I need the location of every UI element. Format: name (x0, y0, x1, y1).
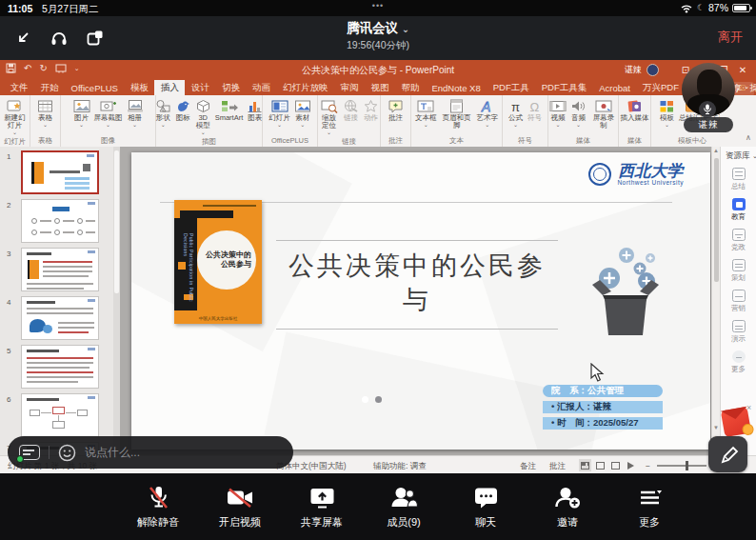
tab-pdf-tools[interactable]: PDF工具 (487, 80, 535, 95)
slide-thumbnail-5[interactable] (21, 345, 99, 389)
table-button[interactable]: 表格⌄ (36, 98, 54, 128)
resource-item-more[interactable]: 更多 (721, 350, 756, 374)
scroll-down-icon[interactable]: ▼ (713, 425, 719, 430)
presenter-info-row[interactable]: • 汇报人：谌辣 (543, 401, 663, 413)
photo-album-button[interactable]: 相册⌄ (126, 98, 145, 128)
close-window-button[interactable]: ✕ (733, 60, 752, 80)
slideshow-view-button[interactable] (625, 459, 637, 471)
tab-view[interactable]: 视图 (365, 80, 395, 95)
tab-design[interactable]: 设计 (185, 80, 215, 95)
comment-button[interactable]: 批注 (387, 98, 405, 123)
equation-button[interactable]: π 公式⌄ (507, 98, 525, 128)
slide-thumbnail-2[interactable] (21, 199, 99, 243)
zoom-slider-thumb[interactable] (686, 461, 688, 470)
meeting-title[interactable]: 腾讯会议 ⌄ (0, 20, 756, 37)
slide-thumbnail-4[interactable] (21, 296, 99, 340)
zoom-slider[interactable] (657, 465, 706, 467)
caption-icon[interactable] (19, 445, 40, 460)
tab-wanxing-pdf[interactable]: 万兴PDF (636, 80, 685, 95)
reading-view-button[interactable] (609, 459, 622, 471)
account-info[interactable]: 谌辣 (625, 64, 659, 76)
officeplus-slides-button[interactable]: 幻灯片⌄ (268, 98, 291, 128)
resource-item-planning[interactable]: 策划 (721, 259, 756, 283)
action-button[interactable]: 动作 (362, 98, 380, 123)
tab-template[interactable]: 模板 (124, 80, 154, 95)
chevron-down-icon: ⌄ (201, 130, 206, 134)
slide-thumbnail-6[interactable] (21, 393, 99, 437)
tab-transitions[interactable]: 切换 (215, 80, 246, 95)
screen-recording-button[interactable]: 屏幕录制 (589, 98, 618, 130)
shapes-button[interactable]: 形状⌄ (154, 98, 172, 128)
emoji-reaction-button[interactable] (58, 444, 76, 462)
tab-review[interactable]: 审阅 (334, 80, 365, 95)
resource-item-marketing[interactable]: 营销 (721, 290, 756, 313)
screenshot-button[interactable]: 屏幕截图⌄ (93, 98, 124, 128)
slide-title-block[interactable]: 公共决策中的公民参与 (276, 240, 558, 330)
tab-animations[interactable]: 动画 (246, 80, 276, 95)
members-button[interactable]: 成员(9) (380, 485, 428, 530)
video-button[interactable]: 视频⌄ (548, 98, 567, 128)
symbol-button[interactable]: Ω 符号 (527, 98, 544, 123)
officeplus-assets-button[interactable]: 素材⌄ (293, 98, 312, 128)
thumbnail-scrollbar[interactable] (113, 147, 120, 455)
start-video-button[interactable]: 开启视频 (216, 485, 264, 530)
tab-endnote[interactable]: EndNote X8 (426, 80, 487, 95)
chevron-down-icon: ⌄ (576, 123, 581, 127)
textbox-button[interactable]: 文本框⌄ (414, 98, 438, 128)
link-button[interactable]: 链接 (342, 98, 360, 123)
tab-slideshow[interactable]: 幻灯片放映 (276, 80, 334, 95)
unmute-button[interactable]: 解除静音 (134, 485, 182, 530)
chat-input[interactable]: 说点什么... (85, 445, 140, 461)
tab-home[interactable]: 开始 (34, 80, 65, 95)
chat-bubble-icon (473, 485, 499, 510)
tab-officeplus[interactable]: OfficePLUS (65, 80, 124, 95)
picture-button[interactable]: 图片⌄ (72, 98, 91, 128)
slide-editing-surface[interactable]: 西北大学 Northwest University Public Partici… (131, 152, 710, 450)
tab-pdf-toolset[interactable]: PDF工具集 (535, 80, 593, 95)
scroll-up-icon[interactable]: ▲ (713, 148, 719, 153)
icons-button[interactable]: 图标 (174, 98, 192, 123)
scrollbar-thumb[interactable] (714, 158, 719, 282)
tab-acrobat[interactable]: Acrobat (593, 80, 637, 95)
smartart-button[interactable]: SmartArt (214, 98, 245, 123)
slide-thumbnail-3[interactable] (21, 248, 99, 291)
wordart-button[interactable]: A 艺术字⌄ (476, 98, 500, 128)
resource-item-presentation[interactable]: 演示 (721, 320, 756, 344)
date-info-row[interactable]: • 时 间：2025/05/27 (543, 417, 663, 430)
3d-model-button[interactable]: 3D 模型⌄ (194, 98, 212, 135)
slide-thumbnail-1[interactable] (21, 150, 99, 194)
share-screen-button[interactable]: 共享屏幕 (298, 485, 346, 530)
close-icon[interactable]: × (746, 403, 751, 412)
invite-button[interactable]: 邀请 (544, 485, 591, 530)
university-logo[interactable]: 西北大学 Northwest University (588, 163, 684, 186)
normal-view-button[interactable] (579, 459, 591, 471)
header-footer-button[interactable]: 页眉和页脚 (440, 98, 474, 130)
insert-media-button[interactable]: 插入媒体 (620, 98, 650, 123)
more-button[interactable]: 更多 (626, 485, 673, 530)
resource-item-education[interactable]: 教育 (721, 198, 756, 222)
audio-button[interactable]: 音频⌄ (569, 98, 587, 128)
zoom-out-button[interactable]: − (646, 461, 650, 470)
notes-toggle[interactable]: 备注 (520, 461, 536, 472)
slide-sorter-view-button[interactable] (594, 459, 607, 471)
chat-button[interactable]: 聊天 (462, 485, 509, 530)
dept-info-row[interactable]: 院 系：公共管理 (543, 385, 663, 397)
resource-item-party[interactable]: 党政 (721, 229, 756, 252)
comments-toggle[interactable]: 批注 (549, 461, 566, 472)
collapse-ribbon-icon[interactable]: ∧ (746, 133, 751, 142)
tab-insert[interactable]: 插入 (154, 80, 185, 95)
template-button[interactable]: 模板⌄ (658, 98, 676, 128)
zoom-link-button[interactable]: 缩放定位⌄ (318, 98, 340, 135)
accessibility-status[interactable]: 辅助功能: 调查 (373, 461, 427, 472)
resource-library-header[interactable]: 资源库 ⌄ (721, 147, 756, 168)
book-cover-image[interactable]: Public Participation in Public Decisions… (174, 200, 262, 324)
tab-help[interactable]: 帮助 (395, 80, 426, 95)
slide-scrollbar[interactable]: ▲ ▼ ▲ ▼ (711, 147, 720, 455)
tab-file[interactable]: 文件 (4, 80, 34, 95)
open-box-graphic[interactable] (590, 236, 661, 341)
resource-item-summary[interactable]: 总结 (721, 168, 756, 191)
chart-button[interactable]: 图表 (246, 98, 264, 123)
new-slide-button[interactable]: 新建幻灯片⌄ (0, 98, 30, 135)
annotation-pen-button[interactable] (708, 436, 747, 472)
leave-meeting-button[interactable]: 离开 (718, 29, 743, 46)
